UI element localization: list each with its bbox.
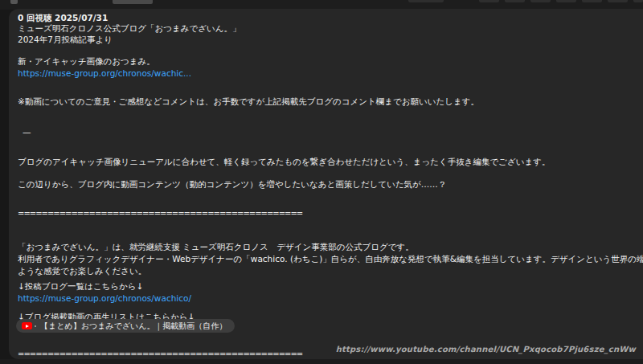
cutoff-button-fragment[interactable] xyxy=(633,0,643,2)
blog-list-label: ↓投稿ブログ一覧はこちらから↓ xyxy=(18,280,143,292)
youtube-play-icon xyxy=(22,322,32,329)
video-stats: 0 回視聴 2025/07/31 xyxy=(18,12,108,23)
dash-line: — xyxy=(23,126,31,137)
separator-line: ========================================… xyxy=(18,349,302,359)
cutoff-button-fragment[interactable] xyxy=(113,0,153,4)
about-line-1: 「おつまみでざいん。」は、就労継続支援 ミューズ明石クロノス デザイン事業部の公… xyxy=(18,241,414,252)
editing-note-line: ブログのアイキャッチ画像リニューアルに合わせて、軽く録ってみたものを繋ぎ合わせた… xyxy=(18,156,551,167)
cutoff-button-fragment[interactable] xyxy=(530,0,551,2)
chip-separator-dot xyxy=(35,325,36,327)
separator-line: ========================================… xyxy=(18,208,302,219)
cutoff-button-fragment[interactable] xyxy=(505,0,525,2)
channel-url-watermark: https://www.youtube.com/channel/UCN_Pxqo… xyxy=(336,345,636,354)
catchphrase-line: 新・アイキャッチ画像のおつまみ。 xyxy=(18,55,155,67)
cutoff-button-fragment[interactable] xyxy=(608,0,628,2)
page-bottom-edge xyxy=(0,359,643,364)
plan-note-line: この辺りから、ブログ内に動画コンテンツ（動的コンテンツ）を増やしたいなあと画策し… xyxy=(18,178,446,190)
cutoff-button-fragment[interactable] xyxy=(408,0,444,2)
blog-list-link[interactable]: https://muse-group.org/chronos/wachico/ xyxy=(18,292,191,304)
playlist-chip[interactable]: 【まとめ】おつまみでざいん。｜掲載動画（自作） xyxy=(16,319,235,333)
cutoff-button-fragment[interactable] xyxy=(10,0,18,4)
about-line-3: ような感覚でお楽しみください。 xyxy=(18,265,146,276)
blog-title-line: ミューズ明石クロノス公式ブログ「おつまみでざいん。」 xyxy=(18,22,240,34)
cutoff-button-fragment[interactable] xyxy=(582,0,602,2)
playlist-chip-label: 【まとめ】おつまみでざいん。｜掲載動画（自作） xyxy=(40,321,227,332)
cutoff-button-fragment[interactable] xyxy=(556,0,576,2)
video-description-page: 0 回視聴 2025/07/31 ミューズ明石クロノス公式ブログ「おつまみでざい… xyxy=(0,0,643,364)
cutoff-button-fragment[interactable] xyxy=(479,0,499,2)
description-panel[interactable]: 0 回視聴 2025/07/31 ミューズ明石クロノス公式ブログ「おつまみでざい… xyxy=(9,9,643,359)
source-note-line: 2024年7月投稿記事より xyxy=(18,34,113,45)
blog-post-link[interactable]: https://muse-group.org/chronos/wachic... xyxy=(18,67,191,79)
about-line-2: 利用者でありグラフィックデザイナー・Webデザイナーの「wachico. (わち… xyxy=(18,253,643,264)
comment-notice-line: ※動画についてのご意見・ご感想などコメントは、お手数ですが上記掲載先ブログのコメ… xyxy=(18,96,479,107)
